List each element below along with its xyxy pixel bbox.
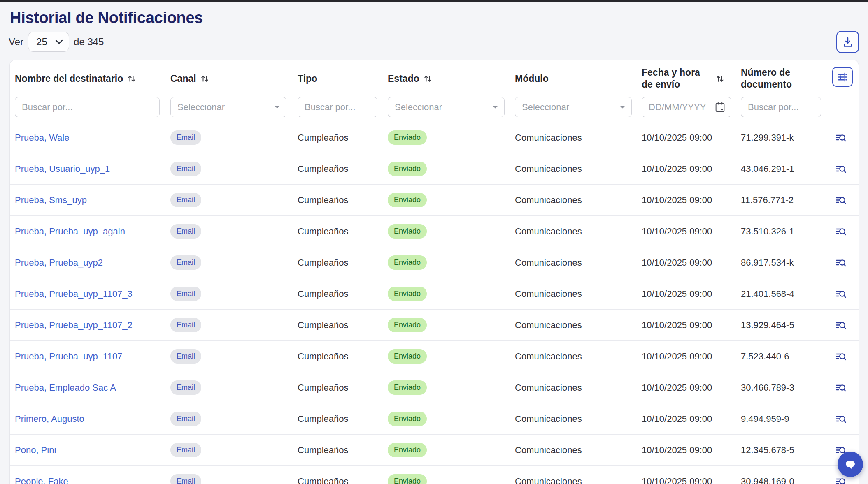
filter-document-input[interactable] bbox=[741, 97, 821, 117]
channel-badge: Email bbox=[170, 162, 201, 176]
module-cell: Comunicaciones bbox=[515, 445, 642, 456]
calendar-icon bbox=[715, 102, 725, 113]
table-row: Prueba, Usuario_uyp_1EmailCumpleañosEnvi… bbox=[10, 153, 859, 184]
document-number-cell: 7.523.440-6 bbox=[741, 351, 829, 362]
column-header-sent_at[interactable]: Fecha y hora de envío bbox=[642, 60, 741, 97]
select-placeholder: Seleccionar bbox=[522, 102, 569, 113]
list-search-icon bbox=[835, 288, 847, 300]
recipient-name-link[interactable]: Prueba, Wale bbox=[15, 132, 69, 143]
module-cell: Comunicaciones bbox=[515, 414, 642, 424]
sort-arrows-icon[interactable] bbox=[424, 74, 432, 83]
sent-datetime-cell: 10/10/2025 09:00 bbox=[642, 414, 741, 424]
type-cell: Cumpleaños bbox=[298, 289, 388, 299]
table-header: Nombre del destinatarioCanalTipoEstadoMó… bbox=[10, 60, 859, 122]
type-cell: Cumpleaños bbox=[298, 195, 388, 206]
module-cell: Comunicaciones bbox=[515, 289, 642, 299]
row-detail-button[interactable] bbox=[833, 130, 848, 145]
filter-type-input[interactable] bbox=[298, 97, 377, 117]
sent-datetime-cell: 10/10/2025 09:00 bbox=[642, 351, 741, 362]
filter-status-select[interactable]: Seleccionar bbox=[388, 97, 505, 117]
status-badge: Enviado bbox=[388, 380, 427, 395]
channel-badge: Email bbox=[170, 130, 201, 145]
row-detail-button[interactable] bbox=[833, 162, 848, 176]
table-row: Prueba, Prueba_uyp_1107EmailCumpleañosEn… bbox=[10, 340, 859, 372]
document-number-cell: 12.345.678-5 bbox=[741, 445, 829, 456]
module-cell: Comunicaciones bbox=[515, 226, 642, 237]
show-label: Ver bbox=[9, 36, 23, 48]
row-detail-button[interactable] bbox=[833, 193, 848, 208]
recipient-name-link[interactable]: Prueba, Empleado Sac A bbox=[15, 382, 116, 393]
download-button[interactable] bbox=[836, 31, 859, 53]
status-badge: Enviado bbox=[388, 287, 427, 301]
list-search-icon bbox=[835, 476, 847, 484]
channel-badge: Email bbox=[170, 474, 201, 484]
module-cell: Comunicaciones bbox=[515, 320, 642, 331]
list-search-icon bbox=[835, 413, 847, 425]
recipient-name-link[interactable]: Prueba, Sms_uyp bbox=[15, 195, 87, 205]
table-row: Prueba, Empleado Sac AEmailCumpleañosEnv… bbox=[10, 372, 859, 403]
select-placeholder: Seleccionar bbox=[177, 102, 225, 113]
sent-datetime-cell: 10/10/2025 09:00 bbox=[642, 445, 741, 456]
page-size-select[interactable]: 25 bbox=[28, 32, 69, 52]
column-header-status[interactable]: Estado bbox=[388, 60, 515, 97]
recipient-name-link[interactable]: Prueba, Prueba_uyp_1107_2 bbox=[15, 320, 133, 330]
recipient-name-link[interactable]: People, Fake bbox=[15, 476, 68, 484]
document-number-cell: 86.917.534-k bbox=[741, 257, 829, 268]
row-detail-button[interactable] bbox=[833, 349, 848, 364]
column-label: Número de documento bbox=[741, 67, 796, 90]
recipient-name-link[interactable]: Prueba, Prueba_uyp_again bbox=[15, 226, 125, 236]
window-top-edge bbox=[0, 0, 868, 2]
row-detail-button[interactable] bbox=[833, 412, 848, 426]
column-header-channel[interactable]: Canal bbox=[170, 60, 298, 97]
type-cell: Cumpleaños bbox=[298, 382, 388, 393]
table-row: Primero, AugustoEmailCumpleañosEnviadoCo… bbox=[10, 403, 859, 434]
list-search-icon bbox=[835, 351, 847, 362]
column-header-type: Tipo bbox=[298, 60, 388, 97]
filter-name-input[interactable] bbox=[15, 97, 160, 117]
document-number-cell: 11.576.771-2 bbox=[741, 195, 829, 206]
filter-sent_at-date-input[interactable]: DD/MM/YYYY bbox=[642, 97, 731, 117]
table-row: Prueba, Sms_uypEmailCumpleañosEnviadoCom… bbox=[10, 184, 859, 215]
recipient-name-link[interactable]: Pono, Pini bbox=[15, 445, 56, 455]
sort-arrows-icon[interactable] bbox=[200, 74, 209, 83]
sent-datetime-cell: 10/10/2025 09:00 bbox=[642, 132, 741, 143]
sort-arrows-icon[interactable] bbox=[127, 74, 136, 83]
filter-module-select[interactable]: Seleccionar bbox=[515, 97, 632, 117]
sent-datetime-cell: 10/10/2025 09:00 bbox=[642, 320, 741, 331]
filter-cell-channel: Seleccionar bbox=[170, 97, 298, 117]
recipient-name-link[interactable]: Prueba, Prueba_uyp_1107_3 bbox=[15, 289, 133, 299]
status-badge: Enviado bbox=[388, 443, 427, 458]
row-detail-button[interactable] bbox=[833, 224, 848, 239]
chat-bubble-icon bbox=[844, 458, 857, 470]
recipient-name-link[interactable]: Prueba, Prueba_uyp_1107 bbox=[15, 351, 122, 361]
module-cell: Comunicaciones bbox=[515, 351, 642, 362]
recipient-name-link[interactable]: Prueba, Prueba_uyp2 bbox=[15, 257, 103, 268]
recipient-name-link[interactable]: Primero, Augusto bbox=[15, 414, 84, 424]
document-number-cell: 21.401.568-4 bbox=[741, 289, 829, 299]
sent-datetime-cell: 10/10/2025 09:00 bbox=[642, 476, 741, 484]
status-badge: Enviado bbox=[388, 224, 427, 239]
row-detail-button[interactable] bbox=[833, 318, 848, 333]
column-header-name[interactable]: Nombre del destinatario bbox=[15, 60, 170, 97]
row-detail-button[interactable] bbox=[833, 255, 848, 270]
row-detail-button[interactable] bbox=[833, 287, 848, 301]
status-badge: Enviado bbox=[388, 193, 427, 208]
document-number-cell: 43.046.291-1 bbox=[741, 164, 829, 174]
chat-button[interactable] bbox=[838, 452, 863, 477]
recipient-name-link[interactable]: Prueba, Usuario_uyp_1 bbox=[15, 164, 110, 174]
status-badge: Enviado bbox=[388, 412, 427, 426]
module-cell: Comunicaciones bbox=[515, 164, 642, 174]
sort-arrows-icon[interactable] bbox=[716, 74, 724, 83]
filter-channel-select[interactable]: Seleccionar bbox=[170, 97, 286, 117]
channel-badge: Email bbox=[170, 349, 201, 364]
column-settings-icon bbox=[837, 72, 848, 83]
sent-datetime-cell: 10/10/2025 09:00 bbox=[642, 289, 741, 299]
document-number-cell: 9.494.959-9 bbox=[741, 414, 829, 424]
list-search-icon bbox=[835, 195, 847, 206]
type-cell: Cumpleaños bbox=[298, 476, 388, 484]
row-detail-button[interactable] bbox=[833, 380, 848, 395]
status-badge: Enviado bbox=[388, 318, 427, 333]
column-settings-button[interactable] bbox=[832, 67, 853, 87]
list-search-icon bbox=[835, 257, 847, 269]
type-cell: Cumpleaños bbox=[298, 226, 388, 237]
